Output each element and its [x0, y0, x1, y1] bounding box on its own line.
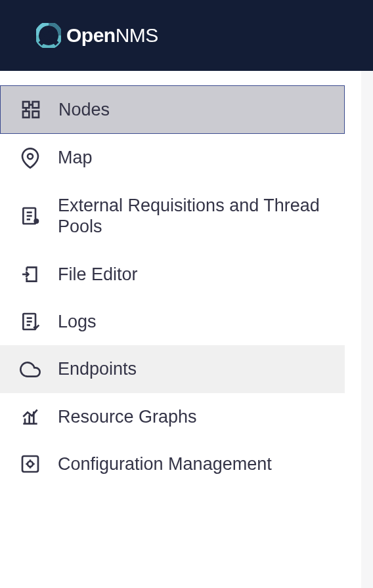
sidebar-item-label: Nodes	[58, 99, 110, 120]
sidebar-item-file-editor[interactable]: File Editor	[0, 251, 345, 298]
sidebar-item-resource-graphs[interactable]: Resource Graphs	[0, 393, 345, 440]
sidebar: Nodes Map External Requisitions and Thre…	[0, 85, 345, 488]
svg-rect-2	[33, 102, 39, 108]
map-pin-icon	[20, 148, 41, 169]
logo[interactable]: OpenNMS	[36, 23, 158, 48]
header: OpenNMS	[0, 0, 373, 71]
sidebar-item-external-requisitions[interactable]: External Requisitions and Thread Pools	[0, 182, 345, 251]
cloud-icon	[20, 359, 41, 380]
sidebar-item-configuration-management[interactable]: Configuration Management	[0, 440, 345, 488]
sidebar-item-map[interactable]: Map	[0, 134, 345, 181]
sidebar-item-label: Resource Graphs	[58, 406, 197, 427]
file-editor-icon	[20, 264, 41, 285]
sidebar-item-label: External Requisitions and Thread Pools	[58, 195, 325, 238]
config-icon	[20, 453, 41, 474]
svg-rect-1	[23, 102, 29, 108]
logs-icon	[20, 311, 41, 332]
sidebar-item-label: Map	[58, 147, 93, 168]
sidebar-item-label: Endpoints	[58, 358, 137, 379]
svg-rect-3	[33, 112, 39, 117]
sidebar-item-endpoints[interactable]: Endpoints	[0, 345, 345, 392]
content-area-edge	[361, 71, 373, 588]
svg-point-7	[28, 154, 33, 159]
nodes-icon	[20, 99, 41, 120]
opennms-logo-icon	[36, 23, 61, 48]
sidebar-item-label: Logs	[58, 311, 97, 332]
sidebar-item-label: Configuration Management	[58, 453, 272, 474]
logo-text: OpenNMS	[66, 24, 158, 47]
sidebar-item-logs[interactable]: Logs	[0, 298, 345, 345]
requisitions-icon	[20, 205, 41, 226]
sidebar-item-label: File Editor	[58, 264, 138, 285]
sidebar-item-nodes[interactable]: Nodes	[0, 85, 345, 134]
svg-point-12	[35, 220, 38, 223]
svg-rect-4	[23, 112, 29, 117]
svg-rect-21	[22, 456, 38, 472]
svg-point-22	[28, 461, 33, 467]
chart-icon	[20, 406, 41, 427]
